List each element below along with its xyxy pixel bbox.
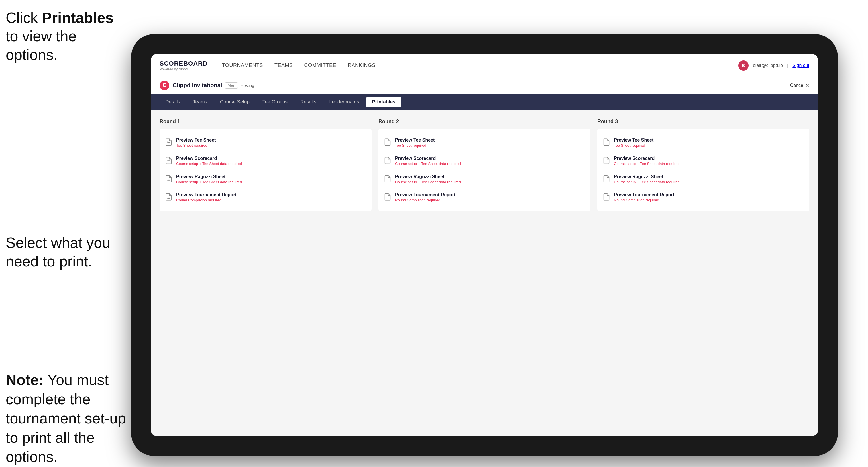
sub-header: C Clippd Invitational Men Hosting Cancel… <box>151 77 818 94</box>
round3-raguzzi-text: Preview Raguzzi Sheet Course setup + Tee… <box>614 174 680 184</box>
round1-tee-sheet-subtitle: Tee Sheet required <box>176 143 216 148</box>
round2-report-title: Preview Tournament Report <box>395 192 455 197</box>
round2-report-text: Preview Tournament Report Round Completi… <box>395 192 455 202</box>
tab-course-setup[interactable]: Course Setup <box>214 97 255 107</box>
top-nav-right: B blair@clippd.io | Sign out <box>738 60 809 71</box>
round2-tee-sheet[interactable]: Preview Tee Sheet Tee Sheet required <box>383 134 585 152</box>
round1-report-subtitle: Round Completion required <box>176 198 237 202</box>
tablet-frame: SCOREBOARD Powered by clippd TOURNAMENTS… <box>131 34 838 456</box>
round1-report-title: Preview Tournament Report <box>176 192 237 197</box>
round2-raguzzi[interactable]: Preview Raguzzi Sheet Course setup + Tee… <box>383 170 585 188</box>
tournament-status: Hosting <box>241 83 254 88</box>
round3-tee-sheet-subtitle: Tee Sheet required <box>614 143 653 148</box>
round-3-section: Round 3 Preview Tee Sheet <box>597 119 809 211</box>
doc-icon-r3-3 <box>602 175 610 183</box>
doc-icon <box>165 138 173 146</box>
round2-report-subtitle: Round Completion required <box>395 198 455 202</box>
round2-tee-sheet-subtitle: Tee Sheet required <box>395 143 435 148</box>
round3-tee-sheet-title: Preview Tee Sheet <box>614 137 653 143</box>
round3-tee-sheet-text: Preview Tee Sheet Tee Sheet required <box>614 137 653 148</box>
round-2-title: Round 2 <box>378 119 590 125</box>
round2-tee-sheet-title: Preview Tee Sheet <box>395 137 435 143</box>
top-nav-links: TOURNAMENTS TEAMS COMMITTEE RANKINGS <box>222 62 738 68</box>
separator: | <box>787 63 788 68</box>
round2-scorecard-subtitle: Course setup + Tee Sheet data required <box>395 161 461 166</box>
round3-raguzzi-title: Preview Raguzzi Sheet <box>614 174 680 179</box>
tab-bar: Details Teams Course Setup Tee Groups Re… <box>151 94 818 110</box>
round3-scorecard-title: Preview Scorecard <box>614 156 680 161</box>
round-3-card: Preview Tee Sheet Tee Sheet required <box>597 128 809 211</box>
round-2-section: Round 2 Preview Tee Sheet <box>378 119 590 211</box>
round-2-card: Preview Tee Sheet Tee Sheet required <box>378 128 590 211</box>
round2-tee-sheet-text: Preview Tee Sheet Tee Sheet required <box>395 137 435 148</box>
round1-raguzzi[interactable]: Preview Raguzzi Sheet Course setup + Tee… <box>165 170 367 188</box>
tab-tee-groups[interactable]: Tee Groups <box>257 97 293 107</box>
rounds-grid: Round 1 <box>160 119 809 211</box>
instruction-bottom: Note: You must complete the tournament s… <box>6 370 128 467</box>
nav-rankings[interactable]: RANKINGS <box>348 62 376 68</box>
round2-raguzzi-subtitle: Course setup + Tee Sheet data required <box>395 180 461 184</box>
tournament-name: Clippd Invitational <box>173 82 222 89</box>
round1-raguzzi-title: Preview Raguzzi Sheet <box>176 174 242 179</box>
round3-raguzzi[interactable]: Preview Raguzzi Sheet Course setup + Tee… <box>602 170 804 188</box>
round3-report-title: Preview Tournament Report <box>614 192 674 197</box>
nav-tournaments[interactable]: TOURNAMENTS <box>222 62 263 68</box>
round-1-section: Round 1 <box>160 119 372 211</box>
doc-icon-r2-4 <box>383 193 392 201</box>
round3-scorecard-text: Preview Scorecard Course setup + Tee She… <box>614 156 680 166</box>
user-email: blair@clippd.io <box>753 63 783 68</box>
round3-report-text: Preview Tournament Report Round Completi… <box>614 192 674 202</box>
round2-scorecard-title: Preview Scorecard <box>395 156 461 161</box>
round1-scorecard[interactable]: Preview Scorecard Course setup + Tee She… <box>165 152 367 170</box>
round-3-title: Round 3 <box>597 119 809 125</box>
top-nav: SCOREBOARD Powered by clippd TOURNAMENTS… <box>151 54 818 77</box>
round1-report-text: Preview Tournament Report Round Completi… <box>176 192 237 202</box>
cancel-button[interactable]: Cancel ✕ <box>790 83 809 88</box>
nav-committee[interactable]: COMMITTEE <box>304 62 337 68</box>
round2-scorecard-text: Preview Scorecard Course setup + Tee She… <box>395 156 461 166</box>
round-1-title: Round 1 <box>160 119 372 125</box>
scoreboard-logo: SCOREBOARD Powered by clippd <box>160 60 208 71</box>
round3-scorecard-subtitle: Course setup + Tee Sheet data required <box>614 161 680 166</box>
round1-tournament-report[interactable]: Preview Tournament Report Round Completi… <box>165 188 367 206</box>
round-1-card: Preview Tee Sheet Tee Sheet required <box>160 128 372 211</box>
doc-icon-4 <box>165 193 173 201</box>
tournament-logo: C <box>160 81 169 90</box>
round3-scorecard[interactable]: Preview Scorecard Course setup + Tee She… <box>602 152 804 170</box>
round1-tee-sheet-title: Preview Tee Sheet <box>176 137 216 143</box>
tab-results[interactable]: Results <box>294 97 322 107</box>
round3-tournament-report[interactable]: Preview Tournament Report Round Completi… <box>602 188 804 206</box>
doc-icon-r3-2 <box>602 156 610 164</box>
content-area: Round 1 <box>151 110 818 436</box>
round2-raguzzi-title: Preview Raguzzi Sheet <box>395 174 461 179</box>
user-avatar: B <box>738 60 749 71</box>
doc-icon-3 <box>165 175 173 183</box>
tab-leaderboards[interactable]: Leaderboards <box>324 97 365 107</box>
tablet-screen: SCOREBOARD Powered by clippd TOURNAMENTS… <box>151 54 818 436</box>
round2-raguzzi-text: Preview Raguzzi Sheet Course setup + Tee… <box>395 174 461 184</box>
doc-icon-r2-3 <box>383 175 392 183</box>
note-bold: Note: <box>6 372 43 388</box>
round1-scorecard-title: Preview Scorecard <box>176 156 242 161</box>
round3-tee-sheet[interactable]: Preview Tee Sheet Tee Sheet required <box>602 134 804 152</box>
round2-tournament-report[interactable]: Preview Tournament Report Round Completi… <box>383 188 585 206</box>
instruction-middle: Select what you need to print. <box>6 234 120 271</box>
round2-scorecard[interactable]: Preview Scorecard Course setup + Tee She… <box>383 152 585 170</box>
round3-report-subtitle: Round Completion required <box>614 198 674 202</box>
tab-teams[interactable]: Teams <box>187 97 213 107</box>
sign-out-link[interactable]: Sign out <box>793 63 809 68</box>
round1-raguzzi-text: Preview Raguzzi Sheet Course setup + Tee… <box>176 174 242 184</box>
round1-tee-sheet-text: Preview Tee Sheet Tee Sheet required <box>176 137 216 148</box>
doc-icon-2 <box>165 156 173 164</box>
logo-title: SCOREBOARD <box>160 60 208 67</box>
round1-tee-sheet[interactable]: Preview Tee Sheet Tee Sheet required <box>165 134 367 152</box>
nav-teams[interactable]: TEAMS <box>274 62 293 68</box>
tab-details[interactable]: Details <box>160 97 186 107</box>
tab-printables[interactable]: Printables <box>367 97 401 107</box>
round1-scorecard-subtitle: Course setup + Tee Sheet data required <box>176 161 242 166</box>
instruction-top: Click Printables to view the options. <box>6 8 114 64</box>
round1-raguzzi-subtitle: Course setup + Tee Sheet data required <box>176 180 242 184</box>
doc-icon-r3-1 <box>602 138 610 146</box>
doc-icon-r2-1 <box>383 138 392 146</box>
printables-bold: Printables <box>42 9 114 26</box>
